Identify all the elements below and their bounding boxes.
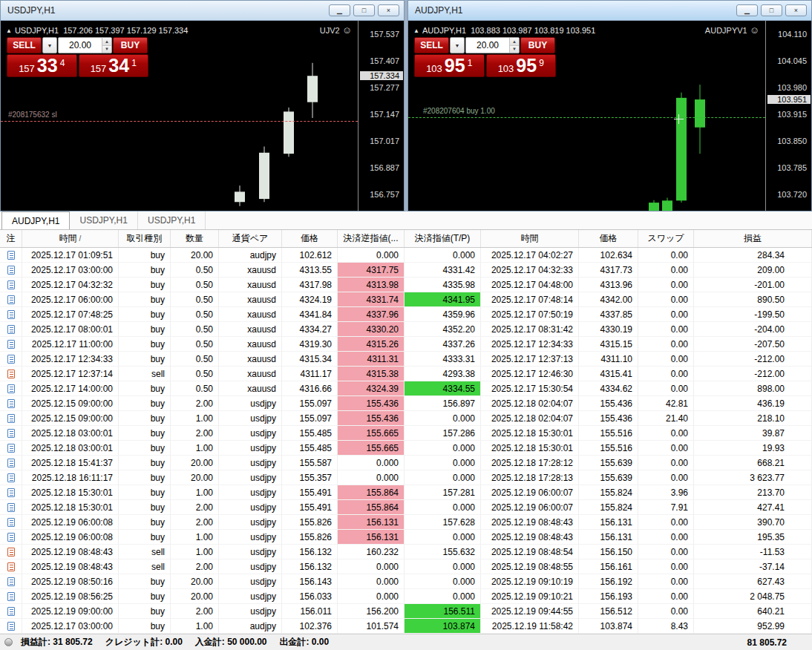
deal-cell: 2025.12.19 08:48:54: [481, 545, 579, 559]
deal-row[interactable]: 2025.12.17 01:09:51buy20.00audjpy102.612…: [0, 248, 812, 263]
volume-input[interactable]: [59, 38, 102, 53]
deal-cell: 157.628: [405, 515, 481, 530]
deal-cell: 20.00: [171, 248, 219, 263]
close-icon[interactable]: ×: [785, 4, 807, 16]
volume-decrease-icon[interactable]: ▼: [510, 46, 519, 53]
column-header[interactable]: 数量: [171, 230, 219, 247]
window-titlebar[interactable]: AUDJPY,H1 ▁ □ ×: [408, 1, 811, 21]
sell-price-button[interactable]: 157334: [7, 54, 77, 77]
minimize-icon[interactable]: ▁: [329, 4, 350, 16]
chart-tab[interactable]: USDJPY,H1: [138, 211, 206, 229]
deal-cell: 156.131: [338, 515, 405, 530]
deal-row[interactable]: 2025.12.18 16:11:17buy20.00usdjpy155.357…: [0, 470, 812, 485]
deal-row[interactable]: 2025.12.17 11:00:00buy0.50xauusd4319.304…: [0, 337, 812, 352]
column-header[interactable]: 時間: [481, 230, 579, 247]
volume-decrease-icon[interactable]: ▼: [102, 46, 111, 53]
column-header[interactable]: 価格: [579, 230, 638, 247]
deal-row[interactable]: 2025.12.17 12:34:33buy0.50xauusd4315.344…: [0, 352, 812, 367]
deal-cell: 0.00: [638, 604, 694, 619]
deal-row[interactable]: 2025.12.18 15:41:37buy20.00usdjpy155.587…: [0, 456, 812, 470]
ask-prefix: 103: [498, 63, 514, 74]
position-line[interactable]: [408, 117, 765, 118]
deal-cell: 155.864: [338, 485, 405, 500]
deal-cell: xauusd: [219, 322, 282, 337]
price-scale[interactable]: 103.951 104.110104.045103.980103.915103.…: [765, 21, 811, 211]
buy-button[interactable]: BUY: [520, 37, 555, 53]
deal-row[interactable]: 2025.12.17 14:00:00buy0.50xauusd4316.664…: [0, 381, 812, 396]
deal-row[interactable]: 2025.12.19 06:00:08buy2.00usdjpy155.8261…: [0, 515, 812, 530]
deal-row[interactable]: 2025.12.19 09:00:00buy2.00usdjpy156.0111…: [0, 604, 812, 619]
deal-row[interactable]: 2025.12.19 08:50:16buy20.00usdjpy156.143…: [0, 574, 812, 589]
deal-row[interactable]: 2025.12.18 03:00:01buy1.00usdjpy155.4851…: [0, 441, 812, 456]
deal-cell: 4317.98: [282, 278, 338, 292]
sell-button[interactable]: SELL: [414, 37, 449, 53]
chart-canvas[interactable]: #208175632 sl ▲USDJPY,H1 157.206 157.397…: [1, 21, 404, 211]
deal-row[interactable]: 2025.12.15 09:00:00buy2.00usdjpy155.0971…: [0, 396, 812, 411]
deal-row[interactable]: 2025.12.17 03:00:00buy0.50xauusd4313.554…: [0, 263, 812, 278]
column-header[interactable]: 価格: [282, 230, 338, 247]
deal-row[interactable]: 2025.12.18 15:30:01buy1.00usdjpy155.4911…: [0, 485, 812, 500]
deal-type-icon: [0, 278, 22, 292]
deal-row[interactable]: 2025.12.17 12:37:14sell0.50xauusd4311.17…: [0, 367, 812, 381]
deal-row[interactable]: 2025.12.17 07:48:25buy0.50xauusd4341.844…: [0, 307, 812, 322]
deal-row[interactable]: 2025.12.17 03:00:00buy1.00audjpy102.3761…: [0, 619, 812, 634]
deal-row[interactable]: 2025.12.19 06:00:08buy1.00usdjpy155.8261…: [0, 530, 812, 545]
chart-tab[interactable]: USDJPY,H1: [70, 211, 137, 229]
close-icon[interactable]: ×: [378, 4, 399, 16]
deal-row[interactable]: 2025.12.18 03:00:01buy2.00usdjpy155.4851…: [0, 426, 812, 441]
deal-row[interactable]: 2025.12.17 08:00:01buy0.50xauusd4334.274…: [0, 322, 812, 337]
window-titlebar[interactable]: USDJPY,H1 ▁ □ ×: [1, 1, 404, 21]
buy-price-button[interactable]: 157341: [79, 54, 149, 77]
column-header[interactable]: 通貨ペア: [219, 230, 282, 247]
deal-cell: xauusd: [219, 307, 282, 322]
deal-row[interactable]: 2025.12.19 08:48:43sell1.00usdjpy156.132…: [0, 545, 812, 559]
buy-price-button[interactable]: 103959: [486, 54, 557, 77]
deal-cell: 2025.12.17 01:09:51: [22, 248, 119, 263]
sell-button[interactable]: SELL: [7, 37, 42, 53]
column-header[interactable]: 損益: [694, 230, 812, 247]
deal-cell: 155.639: [579, 470, 638, 485]
deal-cell: 2025.12.17 04:32:33: [481, 263, 579, 278]
deal-row[interactable]: 2025.12.19 08:48:43sell2.00usdjpy156.132…: [0, 559, 812, 574]
deal-row[interactable]: 2025.12.19 08:56:25buy20.00usdjpy156.033…: [0, 589, 812, 604]
deal-cell: 2025.12.17 12:34:33: [22, 352, 119, 367]
restore-icon[interactable]: □: [761, 4, 782, 16]
minimize-icon[interactable]: ▁: [736, 4, 758, 16]
ea-badge[interactable]: AUDJPYV1 ☺: [705, 25, 759, 35]
deal-type-icon: [0, 411, 22, 426]
column-header[interactable]: 時間/: [22, 230, 119, 247]
column-header[interactable]: 取引種別: [119, 230, 171, 247]
deal-cell: 4313.96: [579, 278, 638, 292]
crosshair-icon: [674, 114, 684, 124]
current-price-tag: 103.951: [767, 95, 811, 104]
deal-cell: 0.50: [171, 263, 219, 278]
deal-row[interactable]: 2025.12.15 09:00:00buy1.00usdjpy155.0971…: [0, 411, 812, 426]
price-scale[interactable]: 157.334 157.537157.407157.277157.147157.…: [358, 21, 404, 211]
volume-increase-icon[interactable]: ▲: [102, 38, 111, 46]
ea-badge[interactable]: UJV2 ☺: [320, 25, 352, 35]
price-scale-label: 156.887: [370, 163, 399, 172]
buy-button[interactable]: BUY: [113, 37, 148, 53]
deal-row[interactable]: 2025.12.17 04:32:32buy0.50xauusd4317.984…: [0, 278, 812, 292]
column-header[interactable]: スワップ: [638, 230, 694, 247]
chart-canvas[interactable]: #208207604 buy 1.00 ▲AUDJPY,H1 103.883 1…: [408, 21, 811, 211]
ask-pip-digit: 1: [131, 58, 137, 68]
column-header[interactable]: 決済逆指値(...: [338, 230, 405, 247]
deal-row[interactable]: 2025.12.18 15:30:01buy2.00usdjpy155.4911…: [0, 500, 812, 515]
deal-cell: 155.824: [579, 485, 638, 500]
column-header[interactable]: 注: [0, 230, 22, 247]
deal-cell: 20.00: [171, 574, 219, 589]
volume-increase-icon[interactable]: ▲: [510, 38, 519, 46]
order-type-dropdown[interactable]: ▼: [450, 37, 465, 53]
chart-window-usdjpy: USDJPY,H1 ▁ □ × #208175632 sl ▲USDJPY,H1…: [0, 0, 405, 211]
order-type-dropdown[interactable]: ▼: [42, 37, 57, 53]
column-header[interactable]: 決済指値(T/P): [405, 230, 481, 247]
restore-icon[interactable]: □: [353, 4, 375, 16]
chart-tab[interactable]: AUDJPY,H1: [1, 211, 70, 229]
deal-cell: 3 623.77: [694, 470, 812, 485]
volume-input[interactable]: [466, 38, 509, 53]
deal-row[interactable]: 2025.12.17 06:00:00buy0.50xauusd4324.194…: [0, 292, 812, 307]
sell-price-button[interactable]: 103951: [414, 54, 485, 77]
position-line[interactable]: [1, 121, 358, 122]
deal-cell: -207.50: [694, 337, 812, 352]
